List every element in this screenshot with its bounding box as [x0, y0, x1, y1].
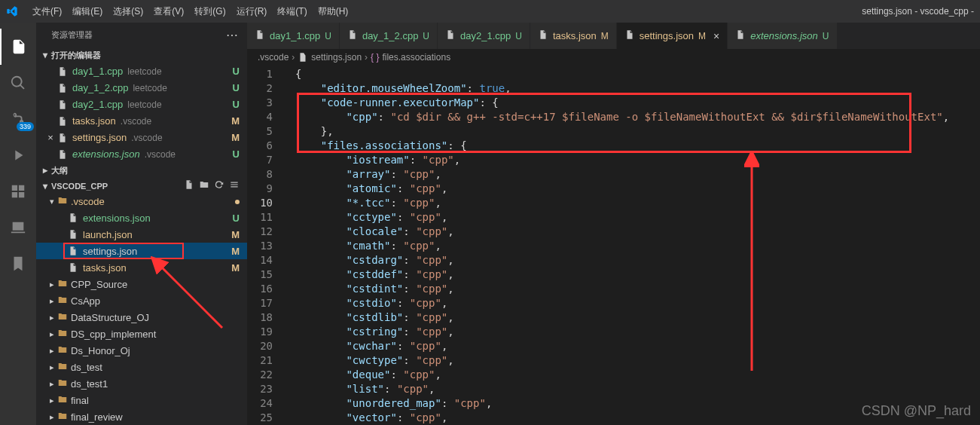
git-status-badge: M [231, 115, 240, 127]
close-icon[interactable]: × [710, 30, 719, 42]
file-name: day_1_2.cpp [72, 82, 128, 93]
tab-label: day2_1.cpp [460, 30, 511, 41]
code-content[interactable]: { "editor.mouseWheelZoom": true, "code-r… [285, 66, 980, 425]
file-path-hint: .vscode [131, 133, 162, 143]
explorer-more-icon[interactable]: ⋯ [226, 28, 238, 42]
file-tree-item[interactable]: tasks.jsonM [36, 259, 247, 276]
chevron-right-icon: ▸ [47, 329, 57, 339]
tab-label: settings.json [640, 30, 694, 41]
new-folder-icon[interactable] [199, 179, 209, 192]
close-icon[interactable]: × [44, 132, 57, 143]
editor-tab[interactable]: settings.jsonM× [617, 23, 728, 49]
menu-item[interactable]: 查看(V) [148, 6, 189, 17]
folder-icon [57, 361, 68, 374]
folder-tree-item[interactable]: ▸ds_test [36, 359, 247, 375]
file-tree-item[interactable]: launch.jsonM [36, 226, 247, 243]
file-icon [298, 52, 308, 63]
editor-tab[interactable]: tasks.jsonM [530, 23, 617, 49]
open-editor-item[interactable]: day2_1.cppleetcodeU [36, 96, 247, 113]
file-icon [57, 66, 68, 77]
folder-tree-item[interactable]: ▸final_review [36, 408, 247, 425]
file-name: tasks.json [83, 262, 127, 274]
menu-item[interactable]: 运行(R) [231, 6, 273, 17]
folder-tree-item[interactable]: ▸final [36, 392, 247, 408]
folder-open-icon [57, 195, 68, 208]
file-path-hint: leetcode [133, 83, 166, 93]
bookmark-tab-icon[interactable] [0, 246, 36, 282]
file-path-hint: leetcode [127, 99, 161, 110]
menu-item[interactable]: 编辑(E) [67, 6, 108, 17]
code-editor[interactable]: 1234567891011121314151617181920212223242… [247, 66, 980, 425]
file-tree-item[interactable]: extensions.jsonU [36, 209, 247, 226]
git-status-badge: U [233, 99, 240, 110]
git-status-badge: U [233, 148, 240, 160]
folder-icon [57, 278, 68, 291]
file-path-hint: leetcode [127, 66, 161, 77]
source-control-tab-icon[interactable]: 339 [0, 101, 36, 137]
editor-tabs: day1_1.cppUday_1_2.cppUday2_1.cppUtasks.… [247, 23, 980, 49]
git-status-badge: M [601, 31, 609, 41]
new-file-icon[interactable] [184, 179, 194, 192]
folder-tree-item[interactable]: ▸CPP_Source [36, 276, 247, 292]
folder-name: DS_cpp_implement [71, 329, 156, 340]
chevron-right-icon: ▸ [47, 313, 57, 323]
breadcrumb-item[interactable]: files.associations [382, 52, 450, 63]
project-section[interactable]: ▾ VSCODE_CPP [36, 179, 247, 194]
open-editor-item[interactable]: day_1_2.cppleetcodeU [36, 80, 247, 96]
git-status-badge: U [233, 212, 240, 224]
folder-tree-item[interactable]: ▸ds_test1 [36, 375, 247, 392]
menu-item[interactable]: 选择(S) [108, 6, 148, 17]
outline-label: 大纲 [51, 165, 68, 176]
editor-tab[interactable]: day1_1.cppU [247, 23, 340, 49]
folder-name: ds_test1 [71, 378, 108, 390]
file-name: settings.json [83, 246, 137, 257]
git-status-badge: M [698, 31, 706, 41]
open-editors-section[interactable]: ▾ 打开的编辑器 [36, 47, 247, 63]
open-editor-item[interactable]: tasks.json.vscodeM [36, 113, 247, 130]
git-status-badge: U [233, 66, 240, 77]
file-name: day1_1.cpp [72, 66, 123, 77]
folder-name: ds_test [71, 362, 102, 373]
chevron-right-icon: ▸ [47, 296, 57, 306]
folder-vscode[interactable]: ▾ .vscode [36, 194, 247, 209]
outline-section[interactable]: ▸ 大纲 [36, 163, 247, 179]
watermark-text: CSDN @NP_hard [862, 403, 971, 419]
breadcrumb[interactable]: .vscode › settings.json › { } files.asso… [247, 49, 980, 66]
menu-item[interactable]: 帮助(H) [313, 6, 354, 17]
open-editor-item[interactable]: ×settings.json.vscodeM [36, 130, 247, 146]
git-status-badge: M [231, 229, 240, 240]
folder-tree-item[interactable]: ▸Ds_Honor_Oj [36, 342, 247, 359]
file-icon [68, 212, 78, 223]
breadcrumb-item[interactable]: .vscode [258, 52, 289, 63]
open-editor-item[interactable]: extensions.json.vscodeU [36, 146, 247, 163]
folder-tree-item[interactable]: ▸DS_cpp_implement [36, 326, 247, 342]
debug-tab-icon[interactable] [0, 137, 36, 173]
git-status-badge: M [231, 262, 240, 274]
file-name: launch.json [83, 229, 133, 240]
file-icon [445, 29, 456, 42]
file-tree-item[interactable]: settings.jsonM [36, 243, 247, 259]
collapse-icon[interactable] [229, 179, 240, 192]
chevron-right-icon: › [292, 52, 295, 63]
remote-tab-icon[interactable] [0, 209, 36, 246]
editor-tab[interactable]: day2_1.cppU [438, 23, 530, 49]
explorer-header: 资源管理器 ⋯ [36, 23, 247, 47]
tab-label: day1_1.cpp [270, 30, 320, 41]
explorer-tab-icon[interactable] [0, 29, 36, 65]
breadcrumb-item[interactable]: settings.json [311, 52, 362, 63]
menu-item[interactable]: 文件(F) [27, 6, 67, 17]
extensions-tab-icon[interactable] [0, 173, 36, 209]
file-icon [57, 99, 68, 110]
folder-tree-item[interactable]: ▸DataStructure_OJ [36, 309, 247, 326]
menu-item[interactable]: 转到(G) [189, 6, 230, 17]
folder-tree-item[interactable]: ▸CsApp [36, 292, 247, 309]
refresh-icon[interactable] [214, 179, 224, 192]
menu-item[interactable]: 终端(T) [272, 6, 312, 17]
folder-name: final [71, 395, 89, 406]
editor-tab[interactable]: day_1_2.cppU [340, 23, 438, 49]
editor-area: day1_1.cppUday_1_2.cppUday2_1.cppUtasks.… [247, 23, 980, 425]
open-editor-item[interactable]: day1_1.cppleetcodeU [36, 63, 247, 80]
search-tab-icon[interactable] [0, 65, 36, 101]
folder-name: .vscode [71, 196, 105, 207]
editor-tab[interactable]: extensions.jsonU [728, 23, 837, 49]
